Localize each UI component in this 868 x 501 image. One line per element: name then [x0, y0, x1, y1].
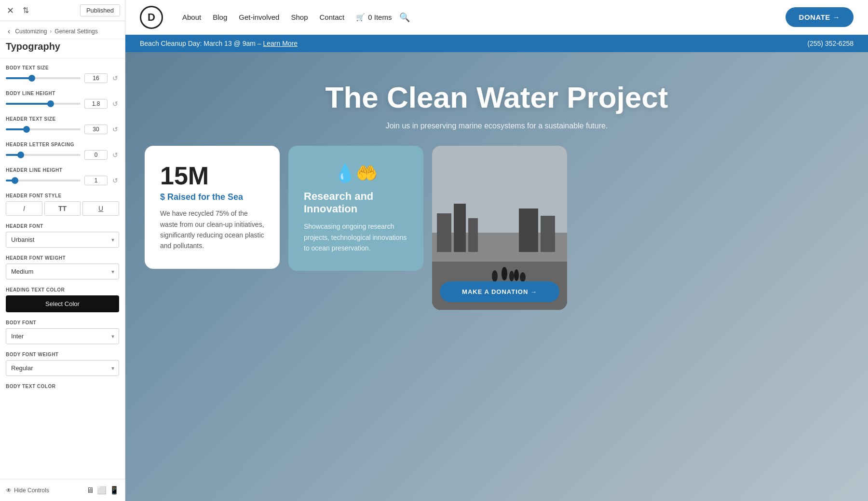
header-font-weight-group: HEADER FONT WEIGHT Medium — [6, 255, 119, 279]
body-font-wrapper: Inter — [6, 328, 119, 344]
breadcrumb-child: General Settings — [54, 28, 97, 35]
body-line-height-track[interactable] — [6, 103, 81, 105]
header-line-height-row: ↺ — [6, 176, 119, 185]
header-font-weight-label: HEADER FONT WEIGHT — [6, 255, 119, 261]
announcement-link[interactable]: Learn More — [263, 40, 298, 47]
body-line-height-reset[interactable]: ↺ — [111, 100, 119, 108]
body-text-size-row: ↺ — [6, 73, 119, 83]
image-card: MAKE A DONATION → — [432, 146, 567, 310]
svg-point-8 — [492, 270, 498, 282]
header-text-size-label: HEADER TEXT SIZE — [6, 116, 119, 122]
header-font-style-label: HEADER FONT STYLE — [6, 193, 119, 198]
underline-button[interactable]: U — [82, 201, 119, 216]
nav-search-button[interactable]: 🔍 — [399, 12, 410, 23]
header-font-weight-select[interactable]: Medium — [6, 264, 119, 279]
announcement-bar: Beach Cleanup Day: March 13 @ 9am – Lear… — [125, 35, 868, 52]
site-nav: D About Blog Get-involved Shop Contact 🛒… — [125, 0, 868, 35]
body-line-height-row: ↺ — [6, 99, 119, 109]
make-donation-button[interactable]: MAKE A DONATION → — [440, 281, 559, 302]
header-text-size-reset[interactable]: ↺ — [111, 125, 119, 133]
header-letter-spacing-track[interactable] — [6, 154, 81, 156]
header-letter-spacing-thumb[interactable] — [17, 152, 24, 158]
breadcrumb-bar: ‹ Customizing › General Settings — [0, 21, 125, 39]
svg-point-9 — [502, 267, 507, 280]
header-text-size-group: HEADER TEXT SIZE ↺ — [6, 116, 119, 134]
donate-button[interactable]: DONATE → — [786, 7, 854, 27]
nav-cart[interactable]: 🛒 0 Items — [356, 13, 392, 22]
close-button[interactable]: ✕ — [5, 3, 16, 18]
published-badge[interactable]: Published — [80, 4, 120, 16]
announcement-phone: (255) 352-6258 — [807, 40, 854, 47]
header-line-height-thumb[interactable] — [12, 177, 18, 184]
hide-controls-button[interactable]: 👁 Hide Controls — [6, 487, 49, 494]
nav-blog[interactable]: Blog — [213, 13, 227, 21]
body-font-label: BODY FONT — [6, 320, 119, 325]
italic-button[interactable]: I — [6, 201, 42, 216]
body-font-weight-label: BODY FONT WEIGHT — [6, 352, 119, 357]
hide-controls-label: Hide Controls — [14, 487, 49, 494]
site-logo: D — [140, 6, 163, 29]
header-font-group: HEADER FONT Urbanist — [6, 223, 119, 248]
header-letter-spacing-label: HEADER LETTER SPACING — [6, 142, 119, 147]
heading-text-color-label: HEADING TEXT COLOR — [6, 287, 119, 292]
header-line-height-group: HEADER LINE HEIGHT ↺ — [6, 167, 119, 185]
body-text-size-reset[interactable]: ↺ — [111, 74, 119, 82]
font-style-row: I TT U — [6, 201, 119, 216]
research-card: 💧🤲 Research and Innovation Showcasing on… — [288, 146, 423, 271]
body-text-size-label: BODY TEXT SIZE — [6, 65, 119, 70]
desktop-view-button[interactable]: 🖥 — [86, 486, 94, 495]
body-font-group: BODY FONT Inter — [6, 320, 119, 344]
hero-content: The Clean Water Project Join us in prese… — [125, 52, 868, 130]
header-font-select[interactable]: Urbanist — [6, 232, 119, 248]
card-stat-label: $ Raised for the Sea — [160, 192, 264, 202]
heading-text-color-button[interactable]: Select Color — [6, 295, 119, 312]
breadcrumb-arrow: › — [50, 28, 52, 35]
hero-section: The Clean Water Project Join us in prese… — [125, 52, 868, 501]
nav-contact[interactable]: Contact — [320, 13, 345, 21]
header-letter-spacing-input[interactable] — [84, 150, 108, 160]
header-text-size-thumb[interactable] — [23, 126, 30, 133]
stat-card: 15M $ Raised for the Sea We have recycle… — [145, 146, 280, 269]
body-text-color-group: BODY TEXT COLOR — [6, 384, 119, 389]
svg-rect-5 — [468, 218, 478, 252]
cards-row: 15M $ Raised for the Sea We have recycle… — [125, 130, 868, 310]
header-line-height-reset[interactable]: ↺ — [111, 177, 119, 184]
body-line-height-group: BODY LINE HEIGHT ↺ — [6, 91, 119, 109]
body-text-size-track[interactable] — [6, 77, 81, 79]
header-text-size-input[interactable] — [84, 125, 108, 134]
cart-icon: 🛒 — [356, 13, 365, 22]
breadcrumb-parent: Customizing — [15, 28, 47, 35]
header-text-size-track[interactable] — [6, 128, 81, 130]
body-line-height-thumb[interactable] — [47, 100, 54, 107]
bold-button[interactable]: TT — [44, 201, 81, 216]
body-text-size-thumb[interactable] — [28, 75, 35, 82]
header-line-height-input[interactable] — [84, 176, 108, 185]
svg-point-10 — [509, 271, 514, 281]
top-bar: ✕ ⇅ Published — [0, 0, 125, 21]
header-line-height-track[interactable] — [6, 180, 81, 181]
card-image-overlay: MAKE A DONATION → — [432, 281, 567, 302]
swap-button[interactable]: ⇅ — [21, 4, 31, 17]
body-font-weight-select[interactable]: Regular — [6, 360, 119, 376]
header-letter-spacing-reset[interactable]: ↺ — [111, 151, 119, 159]
nav-get-involved[interactable]: Get-involved — [239, 13, 279, 21]
water-hand-icon: 💧🤲 — [334, 163, 378, 183]
nav-about[interactable]: About — [182, 13, 201, 21]
logo-letter: D — [148, 11, 155, 24]
header-letter-spacing-row: ↺ — [6, 150, 119, 160]
research-card-desc: Showcasing ongoing research projects, te… — [304, 221, 408, 253]
settings-scroll: BODY TEXT SIZE ↺ BODY LINE HEIGHT ↺ — [0, 58, 125, 479]
back-button[interactable]: ‹ — [6, 26, 12, 37]
svg-rect-4 — [454, 204, 466, 252]
svg-rect-6 — [519, 209, 538, 252]
body-font-weight-wrapper: Regular — [6, 360, 119, 376]
body-font-weight-group: BODY FONT WEIGHT Regular — [6, 352, 119, 376]
body-line-height-input[interactable] — [84, 99, 108, 109]
body-line-height-fill — [6, 103, 51, 105]
header-letter-spacing-group: HEADER LETTER SPACING ↺ — [6, 142, 119, 160]
mobile-view-button[interactable]: 📱 — [109, 486, 119, 495]
nav-shop[interactable]: Shop — [291, 13, 308, 21]
body-text-size-input[interactable] — [84, 73, 108, 83]
body-font-select[interactable]: Inter — [6, 328, 119, 344]
tablet-view-button[interactable]: ⬜ — [97, 486, 107, 495]
